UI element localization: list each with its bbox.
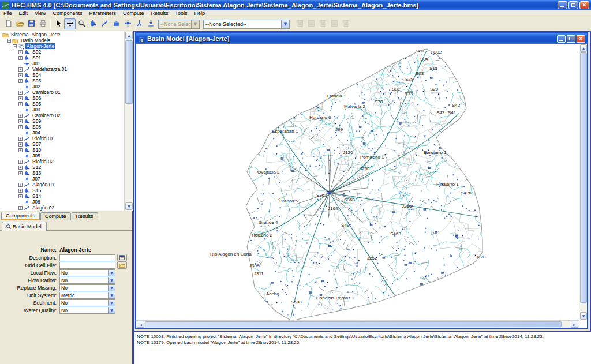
tree-expander[interactable]: + <box>18 189 23 193</box>
tree-item-j04[interactable]: J04 <box>0 130 124 136</box>
menu-help[interactable]: Help <box>191 10 209 16</box>
tree-expander[interactable]: + <box>18 142 23 147</box>
tree-item-j03[interactable]: J03 <box>0 107 124 112</box>
open-file-button[interactable] <box>117 261 127 269</box>
tree-item-j05[interactable]: J05 <box>0 153 124 159</box>
tab-components[interactable]: Components <box>1 212 40 220</box>
reach-tool-button[interactable] <box>99 18 110 29</box>
tree-item-basin-model[interactable]: −Alagon-Jerte <box>0 43 124 49</box>
junction-tool-button[interactable] <box>122 18 133 29</box>
tree-item-j01[interactable]: J01 <box>0 61 124 66</box>
basin-map-canvas[interactable]: S01S02S04S15S03S29S31S33S20S78S42S43S41F… <box>136 44 579 320</box>
menu-compute[interactable]: Compute <box>119 10 148 16</box>
tree-expander[interactable]: + <box>18 50 23 54</box>
tree-expander[interactable]: + <box>18 125 23 129</box>
basin-window-titlebar[interactable]: Basin Model [Alagon-Jerte] × <box>136 33 587 44</box>
tree-item-carnicero-01[interactable]: +Carnicero 01 <box>0 89 124 95</box>
minimize-button[interactable] <box>558 1 567 9</box>
tree-item-s02[interactable]: +S02 <box>0 49 124 55</box>
tree-expander[interactable]: + <box>18 183 23 187</box>
scroll-up-icon[interactable]: ▲ <box>125 32 133 39</box>
sink-tool-button[interactable] <box>145 18 156 29</box>
tree-item-s01[interactable]: +S01 <box>0 55 124 61</box>
subbasin-tool-button[interactable] <box>87 18 99 29</box>
tree-item-alagón-02[interactable]: +Alagón 02 <box>0 205 124 211</box>
tree-item-s05[interactable]: +S05 <box>0 101 124 107</box>
scroll-down-icon[interactable]: ▼ <box>125 202 133 210</box>
tree-expander[interactable]: + <box>18 56 23 60</box>
tree-item-s14[interactable]: +S14 <box>0 193 124 199</box>
menu-components[interactable]: Components <box>49 10 85 16</box>
tree-item-s13[interactable]: +S13 <box>0 170 124 176</box>
basin-restore-button[interactable] <box>567 35 575 43</box>
tree-item-s15[interactable]: +S15 <box>0 187 124 193</box>
reservoir-tool-button[interactable] <box>110 18 122 29</box>
chevron-down-icon[interactable]: ▼ <box>281 20 289 28</box>
map-vertical-scrollbar[interactable]: ▲ ▼ <box>579 44 587 320</box>
close-button[interactable]: × <box>579 1 589 9</box>
scroll-up-icon[interactable]: ▲ <box>580 44 587 52</box>
tree-item-project[interactable]: Sistema_Alagon_Jerte <box>0 32 124 37</box>
sediment-select[interactable]: No ▼ <box>59 299 115 306</box>
map-vscroll-thumb[interactable] <box>580 52 587 303</box>
tree-expander[interactable]: + <box>18 96 23 100</box>
tree-item-riofrio-01[interactable]: +Riofrio 01 <box>0 136 124 141</box>
tree-expander[interactable]: − <box>13 44 17 48</box>
flow-ratios-select[interactable]: No ▼ <box>59 277 115 284</box>
tree-expander[interactable]: + <box>18 114 23 118</box>
water-quality-select[interactable]: No ▼ <box>59 307 115 314</box>
tab-basin-model[interactable]: Basin Model <box>2 222 47 231</box>
tree-item-carnicero-02[interactable]: +Carnicero 02 <box>0 112 124 118</box>
tree-expander[interactable]: + <box>18 79 23 83</box>
basin-minimize-button[interactable] <box>557 35 566 43</box>
tree-item-j07[interactable]: J07 <box>0 176 124 182</box>
tree-item-j08[interactable]: J08 <box>0 199 124 205</box>
diversion-tool-button[interactable] <box>133 18 145 29</box>
tree-expander[interactable]: + <box>18 160 23 164</box>
print-button[interactable] <box>37 18 48 29</box>
element-selector[interactable]: --None Selected--▼ <box>203 20 290 29</box>
tree-expander[interactable]: + <box>18 119 23 123</box>
tree-expander[interactable]: + <box>18 194 23 198</box>
tree-expander[interactable]: + <box>18 91 23 95</box>
tree-item-s12[interactable]: +S12 <box>0 164 124 170</box>
tree-item-riofrio-02[interactable]: +Riofrio 02 <box>0 159 124 164</box>
new-file-button[interactable] <box>2 18 14 29</box>
menu-view[interactable]: View <box>31 10 49 16</box>
unit-system-select[interactable]: Metric ▼ <box>59 292 115 299</box>
scroll-right-icon[interactable]: ► <box>571 321 578 328</box>
tree-item-s04[interactable]: +S04 <box>0 72 124 78</box>
pan-button[interactable] <box>64 18 76 29</box>
tree-item-s07[interactable]: +S07 <box>0 141 124 147</box>
menu-tools[interactable]: Tools <box>172 10 191 16</box>
grid-cell-file-field[interactable] <box>59 262 115 269</box>
restore-button[interactable] <box>568 1 578 9</box>
tree-expander[interactable]: + <box>18 102 23 106</box>
tree-scrollbar[interactable]: ▲ ▼ <box>124 31 133 211</box>
menu-file[interactable]: File <box>0 10 16 16</box>
tab-results[interactable]: Results <box>72 212 98 220</box>
menu-edit[interactable]: Edit <box>16 10 32 16</box>
tree-expander[interactable]: + <box>18 166 23 170</box>
scroll-left-icon[interactable]: ◄ <box>137 321 144 328</box>
tree-item-alagón-01[interactable]: +Alagón 01 <box>0 182 124 187</box>
open-project-button[interactable] <box>14 18 25 29</box>
tree-expander[interactable]: + <box>18 67 23 72</box>
select-arrow-button[interactable] <box>53 18 64 29</box>
tree-item-j02[interactable]: J02 <box>0 84 124 89</box>
tree-item-s03[interactable]: +S03 <box>0 78 124 84</box>
tree-item-s06[interactable]: +S06 <box>0 95 124 101</box>
description-field[interactable] <box>59 254 115 261</box>
tab-compute[interactable]: Compute <box>40 212 71 220</box>
menu-parameters[interactable]: Parameters <box>85 10 119 16</box>
tree-item-basin-models[interactable]: −Basin Models <box>0 37 124 43</box>
tree-expander[interactable]: + <box>18 73 23 77</box>
scroll-down-icon[interactable]: ▼ <box>580 312 587 320</box>
local-flow-select[interactable]: No ▼ <box>59 269 115 276</box>
tree-expander[interactable]: + <box>18 148 23 152</box>
menu-results[interactable]: Results <box>147 10 171 16</box>
tree-expander[interactable]: + <box>18 171 23 175</box>
replace-missing-select[interactable]: No ▼ <box>59 284 115 291</box>
map-hscroll-thumb[interactable] <box>145 321 562 327</box>
tree-scroll-thumb[interactable] <box>125 40 133 104</box>
